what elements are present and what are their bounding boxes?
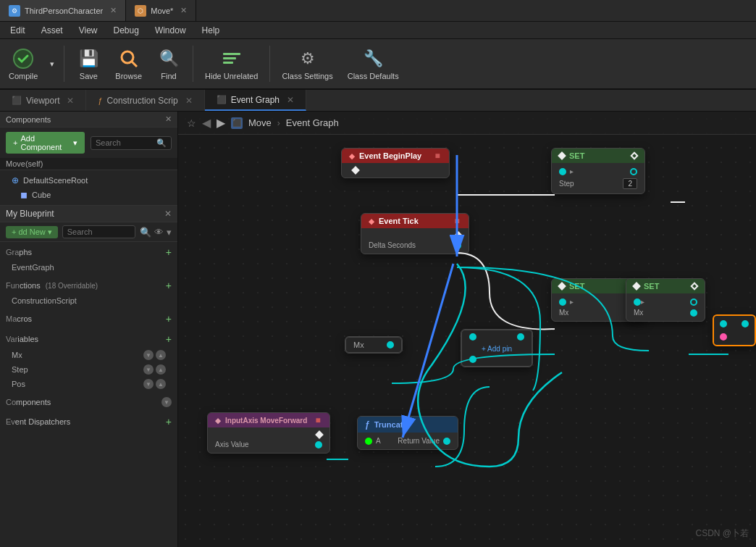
- construction-icon: ƒ: [98, 96, 102, 105]
- functions-add[interactable]: +: [166, 280, 172, 291]
- axis-value-pin[interactable]: [315, 441, 322, 448]
- class-settings-button[interactable]: ⚙ Class Settings: [276, 42, 338, 85]
- close-move[interactable]: ✕: [180, 6, 187, 15]
- menu-help[interactable]: Help: [195, 24, 227, 37]
- set-mx-in-pin[interactable]: [558, 282, 566, 290]
- add-pin-in1[interactable]: [469, 333, 476, 341]
- blue-arrow-2: [381, 256, 468, 445]
- add-pin-row3: [469, 356, 524, 363]
- begin-play-out-pin[interactable]: [351, 166, 359, 174]
- watermark: CSDN @卜若: [695, 527, 749, 540]
- begin-play-exec-pin: [349, 167, 442, 173]
- class-settings-icon: ⚙: [296, 47, 319, 70]
- class-defaults-button[interactable]: 🔧 Class Defaults: [342, 42, 405, 85]
- component-cube[interactable]: ◼ Cube: [0, 188, 177, 202]
- add-pin-out[interactable]: [517, 333, 524, 341]
- browse-button[interactable]: Browse: [109, 42, 148, 85]
- component-scene-root[interactable]: ⊕ DefaultSceneRoot: [0, 173, 177, 188]
- breadcrumb-star[interactable]: ☆: [187, 117, 196, 129]
- var-pos[interactable]: Pos ▼ ▲: [0, 377, 177, 391]
- set-step-out-pin[interactable]: [630, 151, 638, 159]
- components-expand[interactable]: ▼: [161, 397, 172, 407]
- toolbar-dropdown[interactable]: ▾: [46, 42, 58, 85]
- breadcrumb-back[interactable]: ◀: [202, 116, 211, 130]
- add-component-button[interactable]: + Add Component ▾: [6, 132, 85, 154]
- components-close[interactable]: ✕: [165, 114, 172, 124]
- compile-button[interactable]: Compile: [3, 42, 43, 85]
- input-axis-value-row: Axis Value: [215, 440, 322, 448]
- step-value-box[interactable]: 2: [623, 178, 637, 189]
- close-third-person[interactable]: ✕: [110, 6, 117, 15]
- blueprint-search-input[interactable]: [67, 227, 130, 236]
- variables-add[interactable]: +: [166, 333, 172, 345]
- tab-move[interactable]: ⬡ Move* ✕: [126, 0, 196, 21]
- tab-construction[interactable]: ƒ Construction Scrip ✕: [86, 90, 204, 111]
- begin-play-close[interactable]: ■: [433, 151, 442, 160]
- macros-add[interactable]: +: [166, 313, 172, 325]
- menu-asset[interactable]: Asset: [34, 24, 70, 37]
- menu-window[interactable]: Window: [148, 24, 193, 37]
- input-close[interactable]: ■: [314, 416, 322, 425]
- truncate-a-pin[interactable]: [365, 438, 372, 445]
- functions-section-header[interactable]: Functions (18 Overridable) +: [0, 277, 177, 294]
- component-search-input[interactable]: [96, 138, 154, 147]
- blueprint-view-options: 🔍 👁 ▾: [140, 227, 172, 238]
- components-bp-header[interactable]: Components ▼: [0, 394, 177, 410]
- menu-view[interactable]: View: [72, 24, 105, 37]
- set-step-in-pin[interactable]: [558, 151, 566, 159]
- pos-arrows: ▼ ▲: [143, 379, 166, 389]
- menu-edit[interactable]: Edit: [3, 24, 33, 37]
- graphs-add[interactable]: +: [166, 246, 172, 258]
- input-out-pin[interactable]: [315, 430, 323, 438]
- hide-unrelated-button[interactable]: Hide Unrelated: [199, 42, 264, 85]
- macros-section-header[interactable]: Macros +: [0, 310, 177, 327]
- scene-root-icon: ⊕: [12, 175, 19, 185]
- find-icon: 🔍: [157, 47, 180, 70]
- var-mx[interactable]: Mx ▼ ▲: [0, 348, 177, 362]
- var-step[interactable]: Step ▼ ▲: [0, 362, 177, 377]
- tab-third-person[interactable]: ⚙ ThirdPersonCharacter ✕: [0, 0, 126, 21]
- right-set-mx-pin[interactable]: [690, 309, 697, 317]
- svg-point-1: [122, 51, 133, 63]
- find-button[interactable]: 🔍 Find: [151, 42, 187, 85]
- component-tree: ⊕ DefaultSceneRoot ◼ Cube: [0, 170, 177, 205]
- event-graph-item[interactable]: EventGraph: [0, 261, 177, 274]
- event-graph-close[interactable]: ✕: [287, 95, 294, 105]
- orange-in-pin[interactable]: [720, 320, 727, 327]
- component-search-icon[interactable]: 🔍: [156, 138, 167, 148]
- orange-out-pin[interactable]: [742, 320, 749, 327]
- right-set-in-pin[interactable]: [632, 282, 640, 290]
- graphs-section-header[interactable]: Graphs +: [0, 243, 177, 261]
- tab-event-graph[interactable]: ⬛ Event Graph ✕: [205, 90, 306, 111]
- graph-canvas[interactable]: ☆ ◀ ▶ ⬛ Move › Event Graph: [178, 112, 756, 547]
- set-step-header: SET: [552, 149, 644, 163]
- tab-viewport[interactable]: ⬛ Viewport ✕: [0, 90, 86, 111]
- move-self-label: Move(self): [0, 158, 177, 170]
- right-set-out-val[interactable]: [690, 298, 697, 306]
- blueprint-close[interactable]: ✕: [164, 209, 172, 219]
- save-button[interactable]: 💾 Save: [70, 42, 106, 85]
- settings-icon[interactable]: ▾: [167, 227, 172, 238]
- menu-debug[interactable]: Debug: [106, 24, 146, 37]
- dispatchers-header[interactable]: Event Dispatchers +: [0, 413, 177, 430]
- orange-pink-pin[interactable]: [720, 333, 727, 341]
- eye-icon[interactable]: 👁: [154, 227, 164, 238]
- construction-close[interactable]: ✕: [185, 96, 193, 106]
- right-set-out-pin[interactable]: [690, 282, 698, 290]
- set-step-target-pin[interactable]: [559, 168, 566, 175]
- construction-script-item[interactable]: ConstructionScript: [0, 294, 177, 307]
- add-pin-label[interactable]: + Add pin: [482, 345, 512, 353]
- dispatchers-add[interactable]: +: [166, 416, 172, 427]
- variables-section-header[interactable]: Variables +: [0, 330, 177, 348]
- viewport-close[interactable]: ✕: [67, 96, 74, 106]
- pos-arrow-down: ▼: [143, 379, 154, 389]
- add-new-button[interactable]: + dd New ▾: [6, 226, 58, 238]
- add-pin-in2[interactable]: [469, 356, 476, 363]
- right-set-target-pin[interactable]: [634, 298, 641, 306]
- graphs-section: Graphs + EventGraph: [0, 242, 177, 275]
- search-icon[interactable]: 🔍: [140, 227, 151, 238]
- breadcrumb-forward[interactable]: ▶: [217, 116, 225, 130]
- event-begin-play-body: [342, 163, 449, 178]
- set-mx-target-pin[interactable]: [559, 298, 566, 306]
- set-step-out-val-pin[interactable]: [630, 168, 637, 175]
